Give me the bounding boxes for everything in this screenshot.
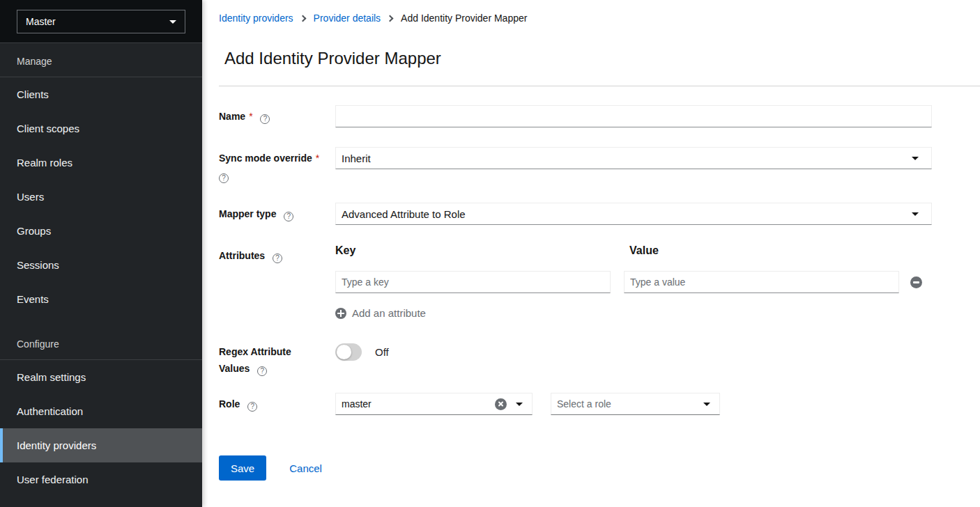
form-row-regex-attribute-values: Regex Attribute Values ? Off [219,343,980,376]
attribute-row [335,271,980,293]
role-selected-value: master [342,398,495,410]
sync-mode-select[interactable]: Inherit [335,147,932,169]
attributes-label: Attributes [219,250,265,261]
key-column-header: Key [335,244,624,257]
mapper-type-selected-value: Advanced Attribute to Role [342,208,466,220]
form-row-attributes: Attributes ? Key Value [219,244,980,319]
required-asterisk: * [249,111,252,122]
name-input[interactable] [335,105,932,127]
attributes-headers: Key Value [335,244,980,257]
breadcrumb-link-identity-providers[interactable]: Identity providers [219,13,293,24]
add-attribute-button[interactable]: Add an attribute [335,307,426,319]
toggle-knob [337,345,351,359]
attribute-key-input[interactable] [335,271,611,293]
sidebar-item-user-federation[interactable]: User federation [0,462,202,497]
select-role-dropdown[interactable]: Select a role [551,393,720,415]
plus-circle-icon [335,308,346,319]
chevron-down-icon [912,157,919,160]
help-icon[interactable]: ? [273,254,282,263]
remove-attribute-button[interactable] [910,276,922,288]
role-label-group: Role ? [219,393,335,415]
regex-label-group: Regex Attribute Values ? [219,343,335,376]
form-row-role: Role ? master Select a role [219,393,980,415]
help-icon[interactable]: ? [260,114,270,124]
nav-section-title-manage: Manage [0,43,202,77]
sidebar-item-users[interactable]: Users [0,180,202,214]
name-label-group: Name* ? [219,105,335,127]
sidebar: Master Manage Clients Client scopes Real… [0,0,202,507]
regex-attribute-values-toggle[interactable] [335,343,362,361]
chevron-down-icon [912,212,919,216]
save-button[interactable]: Save [219,455,266,481]
divider [219,86,980,86]
chevron-down-icon [169,20,176,24]
nav-manage: Clients Client scopes Realm roles Users … [0,77,202,316]
mapper-form: Name* ? Sync mode override* ? [219,105,980,481]
sidebar-item-realm-roles[interactable]: Realm roles [0,146,202,180]
realm-selector[interactable]: Master [17,10,185,33]
sidebar-item-groups[interactable]: Groups [0,214,202,248]
sync-mode-selected-value: Inherit [342,153,371,164]
main-content: Identity providers Provider details Add … [202,0,980,507]
role-typeahead-combobox[interactable]: master [335,393,533,415]
regex-label-line1: Regex Attribute [219,346,335,358]
sidebar-item-clients[interactable]: Clients [0,77,202,111]
mapper-type-select[interactable]: Advanced Attribute to Role [335,203,932,225]
breadcrumb-link-provider-details[interactable]: Provider details [314,13,381,24]
breadcrumb-current-page: Add Identity Provider Mapper [401,13,527,24]
sync-mode-label-group: Sync mode override* ? [219,147,335,183]
form-row-sync-mode-override: Sync mode override* ? Inherit [219,147,980,183]
sidebar-item-identity-providers[interactable]: Identity providers [0,428,202,462]
sidebar-item-events[interactable]: Events [0,282,202,316]
clear-selection-icon[interactable] [495,398,507,410]
nav-configure: Realm settings Authentication Identity p… [0,360,202,497]
help-icon[interactable]: ? [247,402,257,412]
attributes-label-group: Attributes ? [219,244,335,319]
sidebar-item-client-scopes[interactable]: Client scopes [0,111,202,146]
realm-selector-block: Master [0,0,202,43]
cancel-link[interactable]: Cancel [289,462,322,474]
name-label: Name [219,111,245,122]
mapper-type-label: Mapper type [219,208,276,219]
breadcrumb: Identity providers Provider details Add … [219,13,980,24]
attribute-value-input[interactable] [624,271,899,293]
role-label: Role [219,398,240,410]
form-row-mapper-type: Mapper type ? Advanced Attribute to Role [219,203,980,225]
sidebar-item-authentication[interactable]: Authentication [0,394,202,428]
sidebar-item-realm-settings[interactable]: Realm settings [0,360,202,394]
chevron-right-icon [387,15,394,22]
sidebar-item-sessions[interactable]: Sessions [0,248,202,282]
mapper-type-label-group: Mapper type ? [219,203,335,225]
add-attribute-label: Add an attribute [352,307,426,319]
app-window: Master Manage Clients Client scopes Real… [0,0,980,507]
nav-section-title-configure: Configure [0,326,202,360]
sync-mode-label: Sync mode override [219,153,312,164]
chevron-right-icon [299,15,306,22]
help-icon[interactable]: ? [284,212,293,221]
regex-label-line2: Values [219,363,250,374]
realm-name: Master [26,16,56,27]
required-asterisk: * [316,153,319,164]
form-row-name: Name* ? [219,105,980,127]
page-title: Add Identity Provider Mapper [224,49,980,68]
select-role-placeholder: Select a role [557,398,703,410]
value-column-header: Value [624,244,912,257]
chevron-down-icon [703,403,710,406]
form-actions: Save Cancel [219,455,980,481]
toggle-state-label: Off [375,346,389,358]
chevron-down-icon [516,403,523,406]
help-icon[interactable]: ? [257,366,267,376]
help-icon[interactable]: ? [219,173,229,183]
